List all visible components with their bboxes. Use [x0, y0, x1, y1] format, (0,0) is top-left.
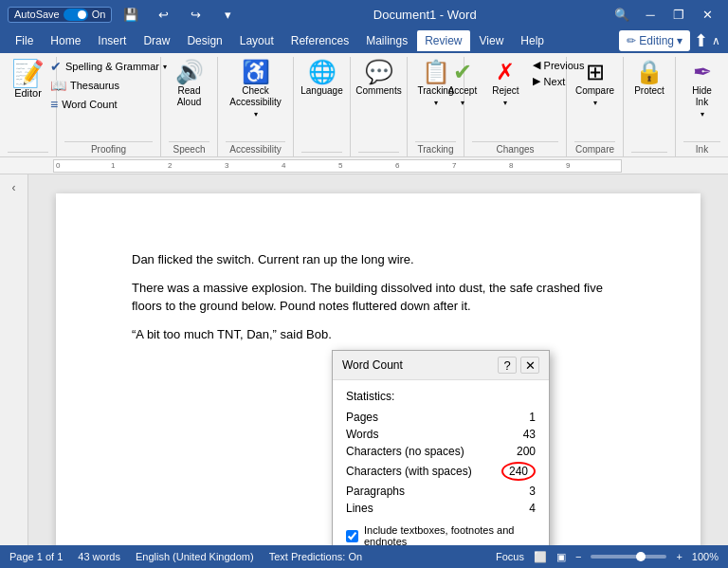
ribbon-group-compare: ⊞ Compare ▾ Compare	[567, 57, 624, 156]
editor-icon: 📝	[11, 61, 45, 87]
accept-button[interactable]: ✔ Accept ▾	[443, 57, 483, 111]
undo-button[interactable]: ↩	[150, 4, 176, 25]
hide-ink-button[interactable]: ✒ HideInk ▾	[683, 57, 721, 122]
protect-group-label	[631, 152, 667, 156]
stat-label-chars-with-spaces: Characters (with spaces)	[346, 460, 495, 483]
stat-value-paragraphs: 3	[495, 483, 536, 500]
focus-button[interactable]: Focus	[496, 551, 524, 562]
dialog-help-button[interactable]: ?	[498, 357, 517, 374]
editor-group-label	[8, 152, 48, 156]
reject-button[interactable]: ✗ Reject ▾	[486, 57, 524, 111]
menu-insert[interactable]: Insert	[90, 30, 134, 51]
editing-button[interactable]: ✏ Editing ▾	[619, 30, 690, 51]
language-icon: 🌐	[308, 61, 337, 83]
search-button[interactable]: 🔍	[609, 4, 635, 25]
stat-label-chars-no-spaces: Characters (no spaces)	[346, 443, 495, 460]
include-textboxes-checkbox[interactable]	[346, 530, 358, 542]
read-aloud-label: ReadAloud	[177, 85, 202, 108]
dialog-title-bar: Word Count ? ✕	[333, 351, 549, 380]
collapse-icon[interactable]: ‹	[5, 178, 24, 197]
stat-row-paragraphs: Paragraphs 3	[346, 483, 536, 500]
autosave-label: AutoSave	[14, 9, 60, 20]
stat-value-words: 43	[495, 426, 536, 443]
stat-row-pages: Pages 1	[346, 409, 536, 426]
ink-group-label: Ink	[683, 141, 720, 156]
reject-label: Reject	[492, 85, 519, 97]
status-bar: Page 1 of 1 43 words English (United Kin…	[0, 545, 728, 568]
menu-file[interactable]: File	[8, 30, 41, 51]
ribbon-group-changes: ✔ Accept ▾ ✗ Reject ▾ ◀ Previous ▶	[464, 57, 567, 156]
language-button[interactable]: 🌐 Language	[295, 57, 349, 101]
compare-button[interactable]: ⊞ Compare ▾	[570, 57, 620, 111]
share-button[interactable]: ⬆	[694, 30, 708, 51]
menu-design[interactable]: Design	[179, 30, 229, 51]
autosave-badge[interactable]: AutoSave On	[8, 7, 112, 23]
menu-help[interactable]: Help	[513, 30, 552, 51]
menu-review[interactable]: Review	[417, 30, 469, 51]
layout-icon-2[interactable]: ▣	[556, 551, 566, 563]
hide-ink-dropdown: ▾	[701, 110, 704, 119]
menu-layout[interactable]: Layout	[232, 30, 282, 51]
read-aloud-button[interactable]: 🔊 ReadAloud	[170, 57, 209, 112]
menu-view[interactable]: View	[472, 30, 512, 51]
editing-dropdown-icon: ▾	[677, 34, 682, 47]
thesaurus-button[interactable]: 📖 Thesaurus	[46, 76, 171, 95]
compare-icon: ⊞	[586, 61, 605, 83]
spelling-label: Spelling & Grammar	[65, 61, 159, 72]
protect-label: Protect	[634, 85, 664, 97]
zoom-plus[interactable]: +	[676, 551, 682, 562]
menu-home[interactable]: Home	[43, 30, 88, 51]
spelling-grammar-button[interactable]: ✔ Spelling & Grammar ▾	[46, 57, 171, 76]
menu-draw[interactable]: Draw	[136, 30, 177, 51]
main-content: 0 1 2 3 4 5 6 7 8 9 ‹ Dan flicked the sw…	[0, 157, 728, 545]
next-icon: ▶	[533, 75, 540, 87]
thesaurus-icon: 📖	[50, 78, 66, 93]
restore-button[interactable]: ❐	[665, 4, 692, 25]
previous-icon: ◀	[533, 59, 540, 71]
word-count-label: Word Count	[62, 99, 118, 110]
autosave-toggle[interactable]	[64, 9, 88, 21]
minimize-button[interactable]: ─	[637, 4, 664, 25]
word-count-dialog: Word Count ? ✕ Statistics: Pages 1	[332, 350, 550, 545]
editing-icon: ✏	[627, 34, 636, 47]
language-status: English (United Kingdom)	[136, 551, 254, 562]
protect-button[interactable]: 🔒 Protect	[628, 57, 670, 101]
stat-value-lines: 4	[495, 500, 536, 517]
document-title: Document1 - Word	[373, 8, 477, 22]
ribbon-group-speech: 🔊 ReadAloud Speech	[161, 57, 218, 156]
ribbon-group-ink: ✒ HideInk ▾ Ink	[676, 57, 728, 156]
dialog-close-x-button[interactable]: ✕	[520, 357, 539, 374]
accessibility-group-label: Accessibility	[226, 141, 285, 156]
hide-ink-label: HideInk	[692, 85, 712, 108]
redo-button[interactable]: ↪	[182, 4, 209, 25]
language-group-label	[301, 152, 342, 156]
comments-button[interactable]: 💬 Comments	[350, 57, 407, 101]
save-button[interactable]: 💾	[118, 4, 144, 25]
compare-group-label: Compare	[574, 141, 615, 156]
menu-references[interactable]: References	[283, 30, 356, 51]
paragraph-3: “A bit too much TNT, Dan,” said Bob.	[132, 325, 625, 344]
zoom-minus[interactable]: −	[575, 551, 581, 562]
spelling-icon: ✔	[50, 59, 62, 74]
editor-button[interactable]: 📝 Editor	[4, 57, 52, 102]
text-predictions-status: Text Predictions: On	[269, 551, 362, 562]
comments-icon: 💬	[365, 61, 393, 83]
layout-icon-1[interactable]: ⬜	[534, 551, 547, 563]
stat-row-chars-no-spaces: Characters (no spaces) 200	[346, 443, 536, 460]
accept-dropdown: ▾	[461, 99, 464, 107]
ribbon-group-language: 🌐 Language	[294, 57, 351, 156]
close-button[interactable]: ✕	[694, 4, 720, 25]
proofing-label: Proofing	[64, 141, 153, 156]
title-bar: AutoSave On 💾 ↩ ↪ ▾ Document1 - Word 🔍 ─…	[0, 0, 728, 28]
zoom-slider[interactable]	[591, 555, 666, 559]
editing-label: Editing	[639, 34, 674, 47]
compare-dropdown: ▾	[593, 99, 597, 107]
ruler-inner: 0 1 2 3 4 5 6 7 8 9	[53, 159, 622, 173]
menu-mailings[interactable]: Mailings	[358, 30, 415, 51]
ribbon-collapse-button[interactable]: ∧	[712, 30, 720, 51]
word-count-button[interactable]: ≡ Word Count	[46, 95, 171, 114]
check-accessibility-button[interactable]: ♿ CheckAccessibility ▾	[224, 57, 286, 122]
customize-button[interactable]: ▾	[214, 4, 241, 25]
accessibility-dropdown: ▾	[254, 110, 258, 119]
next-label: Next	[544, 76, 566, 87]
